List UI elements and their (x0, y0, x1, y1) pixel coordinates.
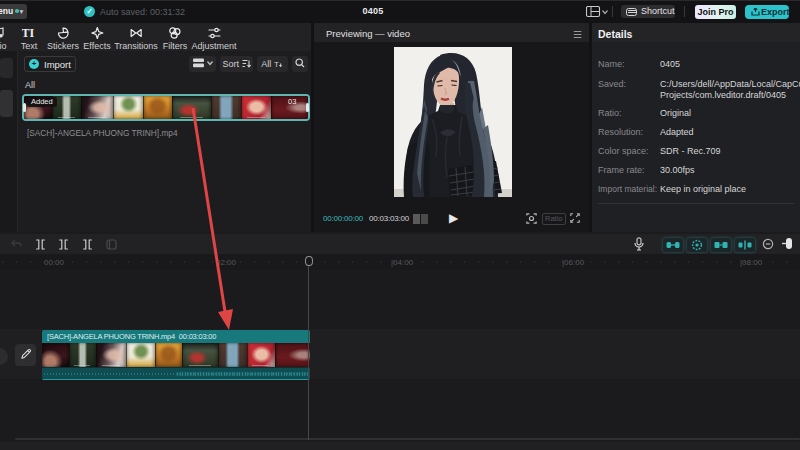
svg-text:TI: TI (22, 26, 35, 40)
svg-text:T: T (274, 60, 279, 69)
